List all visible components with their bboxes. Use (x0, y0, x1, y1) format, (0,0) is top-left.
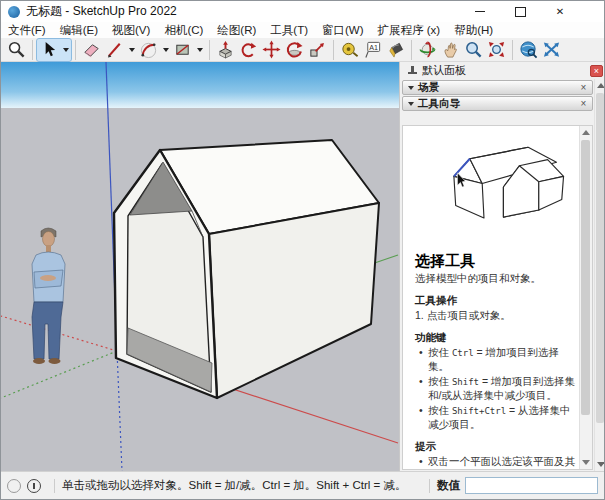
section-close-icon[interactable] (578, 82, 589, 93)
select-icon (39, 40, 58, 59)
menu-bar: 文件(F)编辑(E)视图(V)相机(C)绘图(R)工具(T)窗口(W)扩展程序 … (1, 22, 604, 39)
scale-icon (308, 40, 327, 59)
toolbar-separator (333, 40, 334, 60)
app-icon (8, 6, 20, 18)
scale-button[interactable] (306, 39, 329, 61)
sky (1, 62, 399, 108)
line-button[interactable] (103, 39, 126, 61)
push-pull-icon (216, 40, 235, 59)
scale-tool (306, 39, 329, 61)
add-location-button[interactable] (517, 39, 540, 61)
arc-button[interactable] (137, 39, 160, 61)
zoom-extents-tool (485, 39, 508, 61)
rectangle-icon (173, 40, 192, 59)
collapse-arrow-icon[interactable] (408, 86, 414, 90)
menu-item-4[interactable]: 绘图(R) (210, 22, 263, 38)
model-scene (1, 62, 399, 471)
menu-item-3[interactable]: 相机(C) (157, 22, 210, 38)
instructor-scrollbar[interactable] (579, 126, 592, 469)
tips-list: 双击一个平面以选定该平面及其所有边线。双击一条边线以选定该边线及与其共享的平面。 (415, 455, 575, 470)
panel-section-0[interactable]: 场景 (402, 80, 593, 95)
scroll-up-icon[interactable] (582, 130, 590, 135)
orbit-tool (416, 39, 439, 61)
modifier-item: 按住 Ctrl = 增加项目到选择集。 (428, 346, 575, 373)
pan-button[interactable] (439, 39, 462, 61)
panel-scroll-thumb[interactable] (596, 93, 604, 423)
modifier-list: 按住 Ctrl = 增加项目到选择集。按住 Shift = 增加项目到选择集和/… (415, 346, 575, 431)
text-button[interactable]: A1 (361, 39, 384, 61)
arc-dropdown-button[interactable] (160, 39, 171, 61)
rectangle-dropdown-button[interactable] (194, 39, 205, 61)
minimize-button[interactable] (460, 1, 500, 22)
move-button[interactable] (260, 39, 283, 61)
instructor-scroll-thumb[interactable] (581, 140, 590, 415)
panel-sections: 场景工具向导 (400, 80, 595, 111)
eraser-button[interactable] (80, 39, 103, 61)
menu-item-0[interactable]: 文件(F) (1, 22, 53, 38)
text-tool: A1 (361, 39, 384, 61)
text-icon: A1 (363, 40, 382, 59)
zoom-extents-button[interactable] (485, 39, 508, 61)
section-close-icon[interactable] (578, 98, 589, 109)
toolbar-separator (512, 40, 513, 60)
scroll-down-icon[interactable] (582, 460, 590, 465)
panel-scroll-up-icon[interactable] (597, 83, 605, 88)
tape-measure-button[interactable] (338, 39, 361, 61)
search-button[interactable] (5, 39, 28, 61)
select-dropdown-button[interactable] (60, 39, 71, 61)
credits-info-icon[interactable] (27, 479, 41, 493)
menu-item-8[interactable]: 帮助(H) (447, 22, 500, 38)
panel-section-1[interactable]: 工具向导 (402, 96, 593, 111)
collapse-arrow-icon[interactable] (408, 102, 414, 106)
panel-scrollbar[interactable] (594, 79, 605, 471)
line-icon (105, 40, 124, 59)
instructor-illustration (415, 132, 583, 250)
default-tray-panel: 默认面板 场景工具向导 (399, 62, 605, 471)
select-button[interactable] (37, 39, 60, 61)
menu-item-7[interactable]: 扩展程序 (x) (371, 22, 448, 38)
rotate-icon (285, 40, 304, 59)
panel-scroll-down-icon[interactable] (597, 462, 605, 467)
menu-item-5[interactable]: 工具(T) (263, 22, 315, 38)
offset-icon (239, 40, 258, 59)
line-tool (103, 39, 137, 61)
paint-bucket-button[interactable] (384, 39, 407, 61)
eraser-tool (80, 39, 103, 61)
panel-close-button[interactable] (590, 65, 603, 77)
operation-header: 工具操作 (415, 294, 575, 308)
panel-title: 默认面板 (422, 63, 590, 78)
status-hint: 单击或拖动以选择对象。Shift = 加/减。Ctrl = 加。Shift + … (62, 478, 406, 493)
orbit-button[interactable] (416, 39, 439, 61)
chevron-down-icon (197, 48, 203, 52)
maximize-button[interactable] (500, 1, 540, 22)
measurements-input[interactable] (465, 477, 598, 494)
close-button[interactable] (540, 1, 580, 22)
menu-item-2[interactable]: 视图(V) (105, 22, 157, 38)
rotate-button[interactable] (283, 39, 306, 61)
window-title: 无标题 - SketchUp Pro 2022 (26, 3, 177, 20)
title-bar: 无标题 - SketchUp Pro 2022 (1, 1, 604, 22)
rectangle-button[interactable] (171, 39, 194, 61)
sketchup-window: 无标题 - SketchUp Pro 2022 文件(F)编辑(E)视图(V)相… (0, 0, 605, 500)
offset-button[interactable] (237, 39, 260, 61)
line-dropdown-button[interactable] (126, 39, 137, 61)
zoom-button[interactable] (462, 39, 485, 61)
move-tool (260, 39, 283, 61)
menu-item-6[interactable]: 窗口(W) (315, 22, 371, 38)
push-pull-button[interactable] (214, 39, 237, 61)
exchange-button[interactable] (540, 39, 563, 61)
zoom-tool (462, 39, 485, 61)
search-tool (5, 39, 28, 61)
model-viewport[interactable] (1, 62, 399, 471)
section-label: 场景 (418, 81, 578, 95)
pin-icon[interactable] (407, 65, 418, 76)
zoom-icon (464, 40, 483, 59)
exchange-tool (540, 39, 563, 61)
toolbar-separator (209, 40, 210, 60)
menu-item-1[interactable]: 编辑(E) (53, 22, 105, 38)
tips-header: 提示 (415, 440, 575, 454)
operation-steps: 1. 点击项目或对象。 (415, 309, 575, 322)
geolocation-status-icon[interactable] (7, 479, 21, 493)
operation-step: 1. 点击项目或对象。 (415, 309, 575, 322)
arc-icon (139, 40, 158, 59)
